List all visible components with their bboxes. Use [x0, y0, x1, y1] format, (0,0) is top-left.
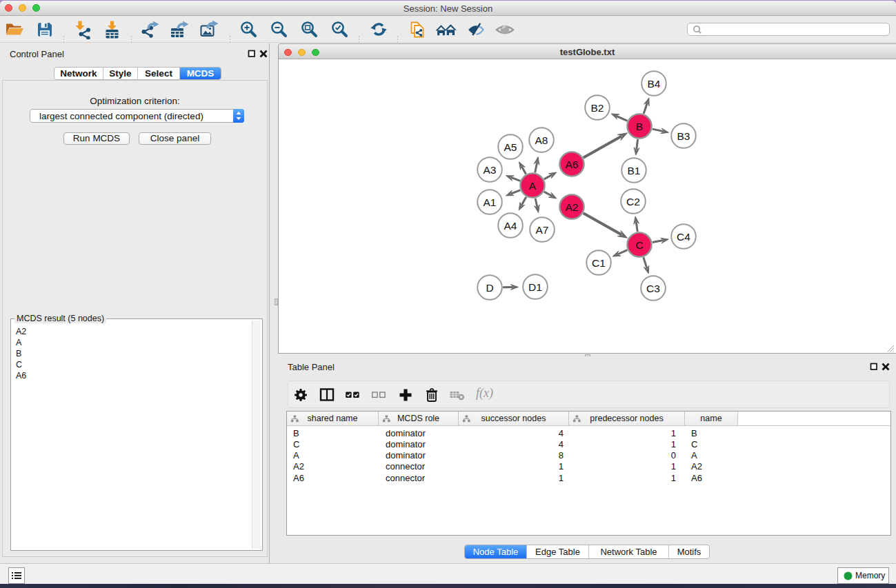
svg-text:A: A — [529, 180, 537, 192]
svg-text:C: C — [635, 239, 643, 251]
svg-text:A1: A1 — [484, 196, 497, 208]
svg-text:A4: A4 — [504, 220, 517, 232]
svg-text:A5: A5 — [504, 141, 517, 153]
svg-text:C4: C4 — [677, 231, 690, 243]
svg-text:D1: D1 — [528, 281, 542, 293]
svg-text:C2: C2 — [626, 196, 640, 207]
svg-text:B1: B1 — [628, 165, 641, 176]
svg-text:A3: A3 — [484, 164, 497, 176]
svg-text:C3: C3 — [646, 283, 660, 294]
svg-text:B4: B4 — [648, 78, 661, 90]
svg-text:B3: B3 — [677, 130, 690, 142]
svg-text:A6: A6 — [566, 159, 579, 170]
svg-text:D: D — [486, 282, 493, 294]
svg-text:A2: A2 — [566, 201, 579, 213]
svg-text:C1: C1 — [592, 257, 606, 269]
svg-text:B: B — [636, 121, 643, 132]
svg-text:B2: B2 — [591, 102, 604, 114]
svg-text:A8: A8 — [535, 134, 548, 146]
svg-text:A7: A7 — [536, 224, 549, 236]
